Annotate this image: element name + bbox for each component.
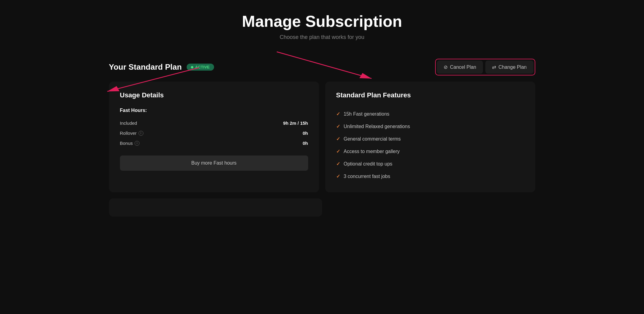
- plan-title-group: Your Standard Plan ACTIVE: [109, 62, 214, 72]
- feature-item-1: ✓ 15h Fast generations: [336, 108, 524, 120]
- cancel-plan-button[interactable]: ⊘ Cancel Plan: [437, 61, 483, 74]
- feature-item-5: ✓ Optional credit top ups: [336, 158, 524, 170]
- feature-label-5: Optional credit top ups: [344, 161, 392, 167]
- rollover-label: Rollover i: [120, 131, 143, 136]
- bonus-value: 0h: [303, 141, 308, 146]
- usage-row-bonus: Bonus i 0h: [120, 138, 308, 148]
- active-badge-dot: [191, 66, 193, 68]
- check-icon-2: ✓: [336, 124, 340, 129]
- rollover-info-icon[interactable]: i: [139, 131, 143, 136]
- plan-cards: Usage Details Fast Hours: Included 9h 2m…: [109, 82, 535, 192]
- feature-item-4: ✓ Access to member gallery: [336, 145, 524, 158]
- usage-row-included: Included 9h 2m / 15h: [120, 118, 308, 128]
- feature-label-2: Unlimited Relaxed generations: [344, 124, 410, 129]
- feature-item-2: ✓ Unlimited Relaxed generations: [336, 120, 524, 133]
- feature-label-6: 3 concurrent fast jobs: [344, 174, 390, 179]
- bonus-info-icon[interactable]: i: [135, 141, 139, 146]
- cancel-plan-label: Cancel Plan: [450, 65, 476, 70]
- change-plan-button[interactable]: ⇄ Change Plan: [485, 61, 533, 74]
- page-title: Manage Subscription: [18, 12, 626, 30]
- plan-name: Your Standard Plan: [109, 62, 182, 72]
- check-icon-6: ✓: [336, 173, 340, 179]
- cancel-icon: ⊘: [444, 64, 448, 70]
- feature-label-3: General commercial terms: [344, 136, 401, 142]
- feature-label-4: Access to member gallery: [344, 149, 400, 154]
- active-badge-label: ACTIVE: [195, 65, 210, 69]
- usage-card-title: Usage Details: [120, 91, 308, 99]
- feature-label-1: 15h Fast generations: [344, 111, 389, 117]
- bonus-label: Bonus i: [120, 141, 140, 146]
- check-icon-1: ✓: [336, 111, 340, 117]
- plan-header: Your Standard Plan ACTIVE ⊘ Cancel Plan …: [109, 59, 535, 75]
- rollover-value: 0h: [303, 131, 308, 136]
- check-icon-5: ✓: [336, 161, 340, 167]
- change-icon: ⇄: [492, 64, 496, 70]
- fast-hours-label: Fast Hours:: [120, 108, 308, 113]
- features-card-title: Standard Plan Features: [336, 91, 524, 99]
- bottom-card-stub: [109, 198, 322, 217]
- usage-section: Fast Hours: Included 9h 2m / 15h Rollove…: [120, 108, 308, 148]
- plan-section: Your Standard Plan ACTIVE ⊘ Cancel Plan …: [109, 59, 535, 217]
- check-icon-3: ✓: [336, 136, 340, 142]
- features-card: Standard Plan Features ✓ 15h Fast genera…: [325, 82, 535, 192]
- buy-fast-hours-button[interactable]: Buy more Fast hours: [120, 155, 308, 171]
- page-wrapper: Manage Subscription Choose the plan that…: [18, 12, 626, 217]
- active-badge: ACTIVE: [187, 64, 214, 71]
- page-header: Manage Subscription Choose the plan that…: [18, 12, 626, 40]
- usage-details-card: Usage Details Fast Hours: Included 9h 2m…: [109, 82, 319, 192]
- feature-item-6: ✓ 3 concurrent fast jobs: [336, 170, 524, 183]
- features-list: ✓ 15h Fast generations ✓ Unlimited Relax…: [336, 108, 524, 183]
- change-plan-label: Change Plan: [498, 65, 527, 70]
- page-subtitle: Choose the plan that works for you: [18, 34, 626, 40]
- feature-item-3: ✓ General commercial terms: [336, 133, 524, 145]
- usage-row-rollover: Rollover i 0h: [120, 128, 308, 138]
- plan-actions-container: ⊘ Cancel Plan ⇄ Change Plan: [435, 59, 535, 75]
- check-icon-4: ✓: [336, 148, 340, 154]
- included-label: Included: [120, 120, 137, 126]
- included-value: 9h 2m / 15h: [283, 120, 308, 126]
